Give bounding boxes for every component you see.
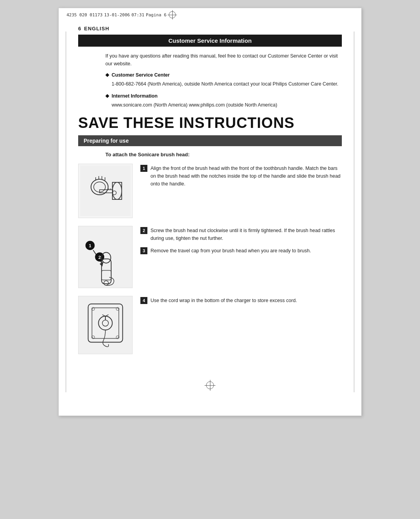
registration-mark-bottom xyxy=(206,381,214,389)
steps-2-3-svg: 1 2 xyxy=(79,226,132,288)
step-1-text: Align the front of the brush head with t… xyxy=(150,164,342,188)
subsection-internet-label: Internet Information xyxy=(112,93,158,99)
step-1-steps: 1 Align the front of the brush head with… xyxy=(140,164,342,192)
subsection-csc-body: 1-800-682-7664 (North America), outside … xyxy=(112,80,342,88)
subsection-internet-body: www.sonicare.com (North America) www.phi… xyxy=(112,101,342,109)
step-4-steps: 4 Use the cord wrap in the bottom of the… xyxy=(140,296,342,309)
step-3: 3 Remove the travel cap from your brush … xyxy=(140,247,342,255)
svg-rect-12 xyxy=(79,226,132,288)
customer-service-title: Customer Service Information xyxy=(168,37,252,44)
svg-text:2: 2 xyxy=(98,255,101,260)
step-2-num: 2 xyxy=(140,227,147,234)
step-2-3-steps: 2 Screw the brush head nut clockwise unt… xyxy=(140,226,342,259)
step-2-3-image: 1 2 xyxy=(78,226,133,288)
doc-date: 13-01-2006 xyxy=(104,12,130,17)
save-instructions-title: SAVE THESE INSTRUCTIONS xyxy=(78,115,342,131)
svg-rect-23 xyxy=(79,296,132,354)
section-language: ENGLISH xyxy=(84,26,109,31)
subsection-csc-label: Customer Service Center xyxy=(112,72,170,78)
step-1-row: 1 Align the front of the brush head with… xyxy=(78,164,342,218)
bottom-registration xyxy=(59,377,361,397)
charger-svg xyxy=(79,296,132,354)
step-4-num: 4 xyxy=(140,297,147,304)
step-2-text: Screw the brush head nut clockwise until… xyxy=(150,227,342,242)
section-number: 6 xyxy=(78,26,81,31)
doc-pagina: Pagina 6 xyxy=(146,12,166,17)
step-1-num: 1 xyxy=(140,165,147,172)
subsection-csc-title: Customer Service Center xyxy=(105,72,342,78)
doc-id: 4235 020 01173 xyxy=(66,12,103,17)
subsection-internet-title: Internet Information xyxy=(105,93,342,99)
step-4-row: 4 Use the cord wrap in the bottom of the… xyxy=(78,296,342,354)
main-content: 6 ENGLISH Customer Service Information I… xyxy=(59,20,361,377)
step-2: 2 Screw the brush head nut clockwise unt… xyxy=(140,227,342,242)
step-4-text: Use the cord wrap in the bottom of the c… xyxy=(150,297,297,304)
bullet-diamond-1 xyxy=(105,73,109,77)
step-3-text: Remove the travel cap from your brush he… xyxy=(150,247,311,255)
preparing-title: Preparing for use xyxy=(84,138,129,144)
intro-text: If you have any questions after reading … xyxy=(105,52,342,68)
customer-service-content: If you have any questions after reading … xyxy=(105,52,342,109)
step-3-num: 3 xyxy=(140,247,147,254)
bullet-diamond-2 xyxy=(105,94,109,98)
step-4-image xyxy=(78,296,133,354)
doc-header: 4235 020 01173 13-01-2006 07:31 Pagina 6 xyxy=(59,8,361,20)
step-1: 1 Align the front of the brush head with… xyxy=(140,164,342,188)
step-4: 4 Use the cord wrap in the bottom of the… xyxy=(140,297,342,304)
page: 4235 020 01173 13-01-2006 07:31 Pagina 6… xyxy=(58,8,362,416)
section-header: 6 ENGLISH xyxy=(78,26,342,31)
preparing-bar: Preparing for use xyxy=(78,135,342,146)
svg-text:1: 1 xyxy=(89,243,91,248)
step-2-3-row: 1 2 xyxy=(78,226,342,288)
brush-head-svg xyxy=(80,166,131,216)
svg-rect-0 xyxy=(80,166,131,216)
customer-service-bar: Customer Service Information xyxy=(78,35,342,47)
step-1-image xyxy=(78,164,133,218)
to-attach-text: To attach the Sonicare brush head: xyxy=(105,152,342,157)
registration-mark-top xyxy=(169,11,176,18)
doc-time: 07:31 xyxy=(131,12,144,17)
